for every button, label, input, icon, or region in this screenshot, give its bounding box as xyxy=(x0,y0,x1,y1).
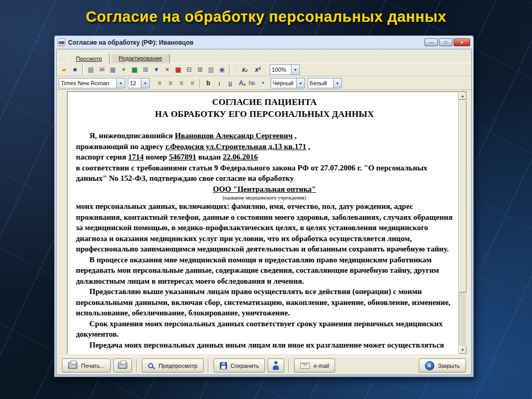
passport-number: 5467891 xyxy=(169,153,196,161)
move-row-down-button[interactable]: ▼ xyxy=(151,65,162,75)
subscript-button[interactable]: x₂ xyxy=(238,65,251,75)
table-grid-button[interactable]: ▥ xyxy=(206,65,216,75)
clear-format-button[interactable]: A xyxy=(236,78,246,88)
footer-toolbar: Печать... Предпросмотр Сохранить xyxy=(57,356,471,375)
app-icon xyxy=(58,38,65,46)
add-table-button[interactable]: ▦ xyxy=(129,65,140,75)
scrollbar-thumb[interactable] xyxy=(459,100,467,292)
chevron-down-icon[interactable]: ▼ xyxy=(296,78,304,88)
doc-paragraph: Я, нижеподписавшийся Ивановцов Александр… xyxy=(76,130,453,141)
doc-paragraph: Предоставляю выше указанным лицам право … xyxy=(76,286,453,318)
desktop-background: Согласие на обработку персональных данны… xyxy=(0,0,532,399)
email-button[interactable]: e-mail xyxy=(294,358,335,373)
underline-button[interactable]: u xyxy=(225,78,235,88)
merge-cells-button[interactable]: ⊟ xyxy=(184,65,194,75)
vertical-scrollbar[interactable]: ▲ ▼ xyxy=(458,92,467,354)
page-title: Согласие на обработку персональных данны… xyxy=(0,8,532,25)
text-color-select[interactable]: Черный ▼ xyxy=(271,78,305,88)
insert-column-icon: ⊞ xyxy=(143,66,148,73)
open-folder-button[interactable]: ▰ xyxy=(59,65,69,75)
insert-row-icon: + xyxy=(122,66,125,73)
background-color-select[interactable]: Белый ▼ xyxy=(308,78,342,88)
move-row-down-icon: ▼ xyxy=(153,66,159,73)
split-cells-icon: ⊞ xyxy=(197,66,203,73)
magnifier-icon xyxy=(148,363,153,368)
chevron-down-icon[interactable]: ▼ xyxy=(333,78,341,88)
tab-view[interactable]: Просмотр xyxy=(68,53,110,64)
scrollbar-track[interactable] xyxy=(459,100,467,346)
align-justify-button[interactable]: ≡ xyxy=(187,78,197,88)
close-button[interactable]: × Закрыть xyxy=(419,358,466,373)
scroll-down-button[interactable]: ▼ xyxy=(459,346,467,354)
scroll-up-button[interactable]: ▲ xyxy=(459,92,467,100)
insert-row-button[interactable]: + xyxy=(118,65,129,75)
doc-text: , xyxy=(292,131,297,140)
delete-row-button[interactable]: × xyxy=(162,65,172,75)
table-button[interactable]: ▦ xyxy=(108,65,118,75)
chevron-down-icon[interactable]: ▼ xyxy=(116,78,125,88)
footer-separator xyxy=(136,359,138,372)
close-circle-icon: × xyxy=(425,361,434,370)
patient-card-button[interactable] xyxy=(268,358,284,373)
window-titlebar[interactable]: Согласие на обработку (РФ): Ивановцов — … xyxy=(56,36,472,49)
align-left-button[interactable]: ≡ xyxy=(154,78,165,88)
tab-bar: Просмотр Редактирование xyxy=(57,49,471,63)
tab-edit[interactable]: Редактирование xyxy=(111,54,170,63)
insert-column-button[interactable]: ⊞ xyxy=(140,65,151,75)
bold-icon: b xyxy=(206,80,210,86)
underline-icon: u xyxy=(229,80,232,86)
bullet-list-button[interactable]: • xyxy=(258,78,268,88)
organization-caption: (название медицинского учреждения) xyxy=(76,194,453,201)
passport-date: 22.06.2016 xyxy=(223,153,258,161)
italic-button[interactable]: i xyxy=(214,78,224,88)
minimize-button[interactable]: — xyxy=(424,38,438,46)
align-justify-icon: ≡ xyxy=(190,80,194,86)
main-toolbar: ▰ ■ ▤ ✉ ▦ + ▦ ⊞ ▼ × ▦ ⊟ ⊞ ▥ ◉ · x₂ x² xyxy=(57,63,471,76)
quick-print-button[interactable] xyxy=(113,358,132,373)
close-button-label: Закрыть xyxy=(438,363,460,369)
print-toolbar-button[interactable]: ▤ xyxy=(86,65,96,75)
chevron-down-icon[interactable]: ▼ xyxy=(141,78,149,88)
table-icon: ▦ xyxy=(110,66,115,73)
footer-separator xyxy=(288,359,290,372)
save-file-button[interactable]: ■ xyxy=(70,65,80,75)
print-button[interactable]: Печать... xyxy=(62,358,111,373)
font-name-select[interactable]: Times New Roman ▼ xyxy=(59,78,125,88)
save-button-label: Сохранить xyxy=(231,363,259,369)
preview-button[interactable]: Предпросмотр xyxy=(142,358,204,373)
superscript-button[interactable]: x² xyxy=(251,65,264,75)
doc-text: , xyxy=(306,142,310,151)
doc-text: номер xyxy=(144,153,169,161)
save-button[interactable]: Сохранить xyxy=(214,358,265,373)
patient-address: г.Феодосия ул.Строительная д.13 кв.171 xyxy=(165,142,306,151)
window-title: Согласие на обработку (РФ): Ивановцов xyxy=(68,39,424,46)
align-right-icon: ≡ xyxy=(179,80,183,86)
format-toolbar: Times New Roman ▼ 12 ▼ ≡ ≡ ≡ ≡ b i u A №… xyxy=(57,76,471,90)
numbered-list-button[interactable]: № xyxy=(247,78,257,88)
close-window-button[interactable]: × xyxy=(454,38,470,46)
zoom-select[interactable]: 100% ▼ xyxy=(270,64,300,75)
chevron-down-icon[interactable]: ▼ xyxy=(291,65,299,74)
clear-format-icon: A xyxy=(239,80,244,86)
font-size-select[interactable]: 12 ▼ xyxy=(128,78,150,88)
numbered-list-icon: № xyxy=(249,80,256,86)
doc-text: Я, нижеподписавшийся xyxy=(89,131,175,140)
tab-view-label: Просмотр xyxy=(76,56,102,62)
align-right-button[interactable]: ≡ xyxy=(176,78,187,88)
delete-table-button[interactable]: ▦ xyxy=(173,65,183,75)
mail-toolbar-button[interactable]: ✉ xyxy=(97,65,107,75)
bold-button[interactable]: b xyxy=(203,78,214,88)
toolbar-separator xyxy=(229,65,231,74)
insert-image-button[interactable]: ◉ xyxy=(217,65,227,75)
print-button-label: Печать... xyxy=(81,363,104,369)
maximize-button[interactable]: □ xyxy=(439,38,453,46)
footer-separator xyxy=(208,359,209,372)
envelope-icon xyxy=(300,363,310,369)
delete-row-icon: × xyxy=(165,66,169,73)
align-center-button[interactable]: ≡ xyxy=(165,78,176,88)
doc-paragraph: паспорт серия 1714 номер 5467891 выдан 2… xyxy=(76,152,453,163)
split-cells-button[interactable]: ⊞ xyxy=(195,65,205,75)
passport-series: 1714 xyxy=(128,153,144,161)
floppy-disk-icon xyxy=(220,362,227,369)
person-icon xyxy=(272,361,280,370)
